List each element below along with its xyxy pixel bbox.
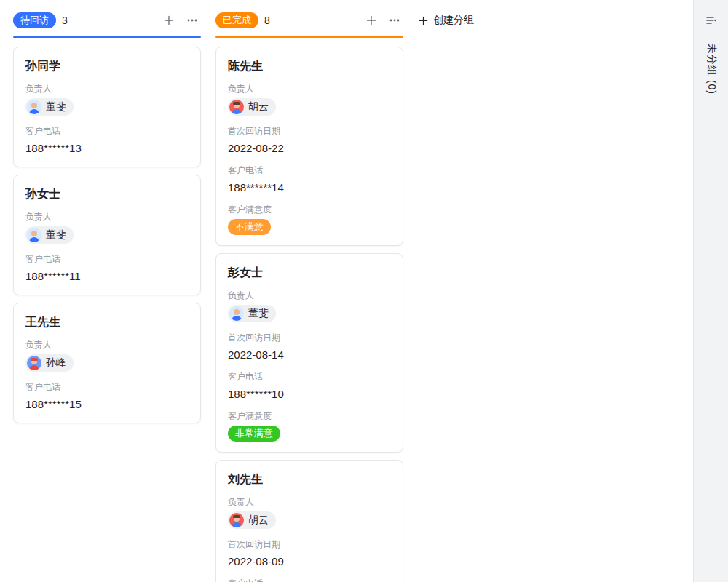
record-card[interactable]: 孙女士 负责人 董斐 客户电话 188******11 bbox=[13, 175, 201, 295]
kanban-column: 待回访 3 孙同学 负责人 董斐 客户电话 188******13 孙女士 bbox=[13, 10, 201, 423]
avatar-head bbox=[31, 231, 37, 236]
avatar bbox=[27, 356, 41, 370]
field-value: 188******14 bbox=[228, 180, 391, 196]
card-field: 客户电话 188******10 bbox=[228, 370, 391, 402]
card-title: 刘先生 bbox=[228, 471, 391, 488]
hidden-groups-rail: 未分组 (0) bbox=[693, 0, 728, 582]
person-chip[interactable]: 孙峰 bbox=[25, 354, 74, 372]
column-status-pill[interactable]: 待回访 bbox=[13, 12, 56, 28]
plus-icon bbox=[418, 15, 429, 26]
avatar bbox=[27, 228, 41, 242]
field-label: 首次回访日期 bbox=[228, 331, 391, 344]
field-label: 负责人 bbox=[25, 82, 189, 95]
avatar-body bbox=[232, 522, 242, 527]
avatar-body bbox=[29, 365, 39, 370]
avatar bbox=[229, 100, 244, 114]
field-value: 2022-08-14 bbox=[228, 347, 391, 363]
record-card[interactable]: 刘先生 负责人 胡云 首次回访日期 2022-08-09 客户电话 bbox=[215, 460, 403, 582]
avatar-hair bbox=[233, 515, 240, 519]
record-card[interactable]: 彭女士 负责人 董斐 首次回访日期 2022-08-14 客户电话 188***… bbox=[215, 253, 403, 453]
avatar bbox=[229, 513, 244, 527]
card-field: 负责人 董斐 bbox=[25, 210, 189, 245]
hidden-group-label[interactable]: 未分组 (0) bbox=[705, 44, 718, 95]
add-card-button[interactable] bbox=[160, 12, 178, 29]
field-label: 客户电话 bbox=[228, 164, 391, 177]
create-group-button[interactable]: 创建分组 bbox=[418, 10, 474, 31]
card-title: 彭女士 bbox=[228, 264, 391, 282]
option-badge[interactable]: 不满意 bbox=[228, 219, 271, 235]
card-field: 客户电话 bbox=[228, 577, 391, 582]
field-label: 负责人 bbox=[228, 82, 391, 95]
card-title: 王先生 bbox=[25, 314, 189, 331]
field-value: 2022-08-09 bbox=[228, 554, 391, 570]
card-field: 客户电话 188******11 bbox=[25, 252, 189, 284]
collapse-groups-icon bbox=[705, 14, 718, 27]
person-chip[interactable]: 董斐 bbox=[228, 305, 276, 322]
field-label: 首次回访日期 bbox=[228, 538, 391, 551]
field-label: 负责人 bbox=[25, 338, 189, 351]
field-label: 客户电话 bbox=[25, 124, 189, 137]
card-title: 孙女士 bbox=[25, 186, 189, 203]
person-chip[interactable]: 董斐 bbox=[25, 98, 74, 116]
card-field: 首次回访日期 2022-08-09 bbox=[228, 538, 391, 570]
person-name: 孙峰 bbox=[46, 356, 66, 370]
person-name: 董斐 bbox=[46, 228, 66, 242]
card-field: 客户满意度 不满意 bbox=[228, 203, 391, 235]
person-chip[interactable]: 胡云 bbox=[228, 511, 276, 529]
card-field: 负责人 董斐 bbox=[25, 82, 189, 117]
avatar-head bbox=[31, 103, 37, 108]
card-title: 孙同学 bbox=[25, 57, 189, 75]
field-label: 客户满意度 bbox=[228, 203, 391, 216]
field-label: 负责人 bbox=[25, 210, 189, 223]
column-count: 3 bbox=[62, 15, 68, 26]
avatar-body bbox=[232, 109, 242, 114]
ellipsis-icon bbox=[389, 15, 400, 26]
card-field: 首次回访日期 2022-08-14 bbox=[228, 331, 391, 363]
avatar-hair bbox=[233, 102, 240, 105]
avatar bbox=[27, 100, 41, 114]
card-field: 客户电话 188******15 bbox=[25, 380, 189, 412]
column-more-button[interactable] bbox=[386, 12, 403, 29]
person-name: 胡云 bbox=[248, 100, 269, 113]
ellipsis-icon bbox=[186, 15, 198, 26]
option-badge[interactable]: 非常满意 bbox=[228, 426, 280, 442]
create-group-label: 创建分组 bbox=[433, 14, 474, 27]
field-label: 首次回访日期 bbox=[228, 124, 391, 137]
field-value: 188******10 bbox=[228, 386, 391, 402]
person-name: 胡云 bbox=[248, 514, 269, 527]
column-more-button[interactable] bbox=[183, 12, 201, 29]
card-list: 孙同学 负责人 董斐 客户电话 188******13 孙女士 负责人 董斐 客… bbox=[13, 47, 201, 423]
card-field: 客户电话 188******14 bbox=[228, 164, 391, 196]
person-chip[interactable]: 胡云 bbox=[228, 98, 276, 116]
record-card[interactable]: 孙同学 负责人 董斐 客户电话 188******13 bbox=[13, 47, 201, 167]
collapse-groups-button[interactable] bbox=[701, 10, 721, 31]
record-card[interactable]: 王先生 负责人 孙峰 客户电话 188******15 bbox=[13, 303, 201, 423]
card-field: 负责人 胡云 bbox=[228, 82, 391, 117]
column-header: 已完成 8 bbox=[215, 10, 403, 31]
person-name: 董斐 bbox=[248, 307, 269, 320]
avatar bbox=[229, 306, 244, 321]
column-count: 8 bbox=[264, 15, 270, 26]
column-status-pill[interactable]: 已完成 bbox=[215, 12, 258, 28]
field-label: 客户满意度 bbox=[228, 410, 391, 423]
person-chip[interactable]: 董斐 bbox=[25, 226, 74, 244]
avatar-hair bbox=[31, 358, 38, 362]
field-value: 188******13 bbox=[25, 140, 189, 156]
avatar-body bbox=[29, 109, 39, 114]
field-label: 负责人 bbox=[228, 289, 391, 302]
card-field: 负责人 胡云 bbox=[228, 495, 391, 530]
card-field: 负责人 孙峰 bbox=[25, 338, 189, 373]
avatar-body bbox=[232, 316, 242, 321]
field-label: 客户电话 bbox=[25, 380, 189, 394]
card-list: 陈先生 负责人 胡云 首次回访日期 2022-08-22 客户电话 188***… bbox=[215, 47, 403, 582]
plus-icon bbox=[163, 15, 175, 26]
column-accent-line bbox=[215, 36, 403, 38]
field-value: 188******15 bbox=[25, 396, 189, 412]
add-card-button[interactable] bbox=[363, 12, 380, 29]
column-header: 待回访 3 bbox=[13, 10, 201, 31]
record-card[interactable]: 陈先生 负责人 胡云 首次回访日期 2022-08-22 客户电话 188***… bbox=[215, 47, 403, 246]
field-label: 客户电话 bbox=[25, 252, 189, 266]
avatar-body bbox=[29, 237, 39, 242]
card-title: 陈先生 bbox=[228, 57, 391, 75]
avatar-head bbox=[234, 309, 240, 315]
